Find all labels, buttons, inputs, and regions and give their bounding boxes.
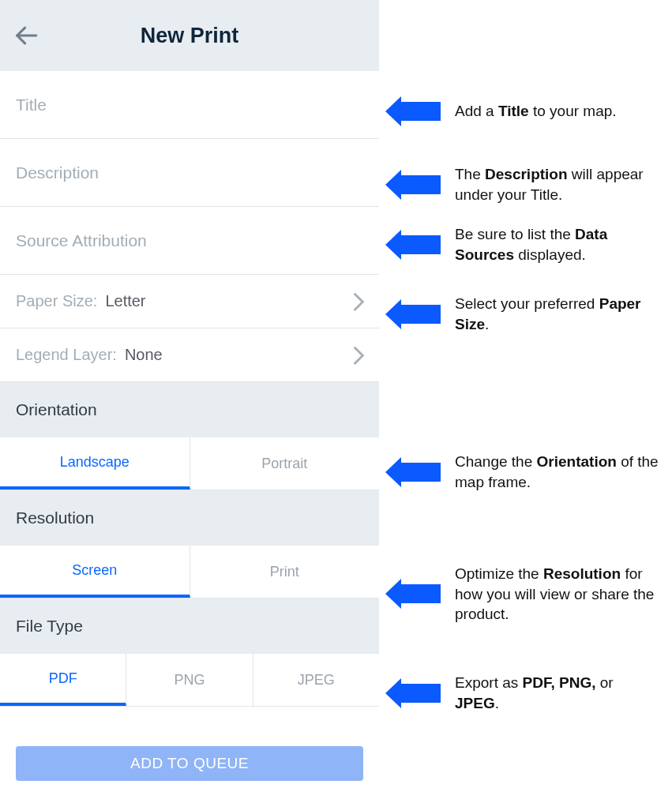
- tab-pdf[interactable]: PDF: [0, 654, 126, 706]
- title-input[interactable]: [16, 96, 363, 114]
- tab-jpeg[interactable]: JPEG: [253, 654, 379, 706]
- page-title: New Print: [0, 24, 379, 48]
- tab-landscape[interactable]: Landscape: [0, 437, 190, 490]
- add-to-queue-button[interactable]: ADD TO QUEUE: [16, 746, 363, 781]
- filetype-header: File Type: [0, 598, 379, 654]
- tab-portrait[interactable]: Portrait: [190, 437, 380, 490]
- resolution-tabs: Screen Print: [0, 546, 379, 598]
- print-panel: New Print Paper Size: Letter Legend Laye…: [0, 0, 379, 797]
- callout-text: Be sure to list the Data Sources display…: [455, 224, 660, 265]
- panel-header: New Print: [0, 0, 379, 71]
- arrow-left-icon: [385, 230, 441, 260]
- svg-marker-1: [385, 96, 441, 126]
- callout-filetype: Export as PDF, PNG, or JPEG.: [385, 673, 660, 713]
- svg-marker-6: [385, 579, 441, 609]
- callout-text: Optimize the Resolution for how you will…: [455, 564, 660, 625]
- legend-layer-label: Legend Layer:: [16, 346, 117, 364]
- back-arrow-icon[interactable]: [13, 22, 39, 49]
- filetype-tabs: PDF PNG JPEG: [0, 654, 379, 707]
- svg-marker-3: [385, 230, 441, 260]
- queue-wrap: ADD TO QUEUE: [0, 707, 379, 797]
- resolution-header: Resolution: [0, 490, 379, 546]
- callouts-column: Add a Title to your map. The Description…: [379, 0, 672, 797]
- arrow-left-icon: [385, 457, 441, 487]
- tab-screen[interactable]: Screen: [0, 546, 190, 598]
- callout-text: Add a Title to your map.: [455, 101, 617, 122]
- orientation-header: Orientation: [0, 382, 379, 437]
- callout-title: Add a Title to your map.: [385, 96, 617, 126]
- arrow-left-icon: [385, 299, 441, 329]
- callout-text: Change the Orientation of the map frame.: [455, 452, 660, 492]
- tab-png[interactable]: PNG: [126, 654, 253, 706]
- chevron-right-icon: [352, 345, 365, 366]
- callout-orientation: Change the Orientation of the map frame.: [385, 452, 660, 492]
- paper-size-value: Letter: [105, 292, 145, 310]
- title-row: [0, 71, 379, 139]
- tab-print[interactable]: Print: [190, 546, 380, 598]
- legend-layer-value: None: [125, 346, 163, 364]
- svg-marker-2: [385, 170, 441, 200]
- callout-source: Be sure to list the Data Sources display…: [385, 224, 660, 265]
- arrow-left-icon: [385, 579, 441, 609]
- paper-size-row[interactable]: Paper Size: Letter: [0, 275, 379, 328]
- paper-size-label: Paper Size:: [16, 292, 97, 310]
- source-attribution-input[interactable]: [16, 231, 363, 250]
- callout-paper-size: Select your preferred Paper Size.: [385, 294, 660, 334]
- svg-marker-7: [385, 678, 441, 708]
- callout-text: The Description will appear under your T…: [455, 164, 660, 205]
- svg-marker-4: [385, 299, 441, 329]
- callout-text: Export as PDF, PNG, or JPEG.: [455, 673, 660, 713]
- source-attribution-row: [0, 207, 379, 275]
- legend-layer-row[interactable]: Legend Layer: None: [0, 328, 379, 382]
- arrow-left-icon: [385, 170, 441, 200]
- arrow-left-icon: [385, 96, 441, 126]
- chevron-right-icon: [352, 291, 365, 312]
- callout-description: The Description will appear under your T…: [385, 164, 660, 205]
- description-row: [0, 139, 379, 207]
- callout-text: Select your preferred Paper Size.: [455, 294, 660, 334]
- description-input[interactable]: [16, 163, 363, 182]
- arrow-left-icon: [385, 678, 441, 708]
- svg-marker-5: [385, 457, 441, 487]
- orientation-tabs: Landscape Portrait: [0, 437, 379, 490]
- callout-resolution: Optimize the Resolution for how you will…: [385, 564, 660, 625]
